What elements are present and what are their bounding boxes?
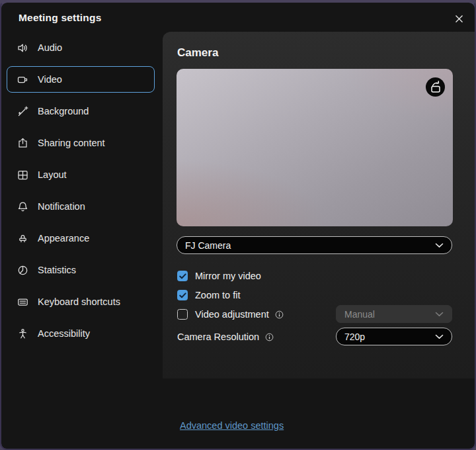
sidebar-item-sharing-content[interactable]: Sharing content bbox=[7, 130, 155, 156]
sidebar-item-audio[interactable]: Audio bbox=[7, 34, 155, 61]
settings-sidebar: Audio Video Background Sharing content L bbox=[7, 34, 155, 352]
sidebar-item-label: Keyboard shortcuts bbox=[38, 296, 120, 307]
sidebar-item-label: Video bbox=[38, 74, 62, 85]
sidebar-item-label: Layout bbox=[38, 169, 67, 180]
advanced-video-settings-wrap: Advanced video settings bbox=[180, 420, 284, 431]
flip-camera-button[interactable] bbox=[426, 77, 445, 97]
camera-section-heading: Camera bbox=[177, 46, 218, 60]
sidebar-item-label: Notification bbox=[38, 201, 85, 212]
camera-resolution-value: 720p bbox=[344, 332, 365, 342]
close-button[interactable] bbox=[451, 11, 467, 26]
pie-chart-icon bbox=[17, 264, 29, 277]
close-icon bbox=[454, 14, 464, 24]
chevron-down-icon bbox=[435, 312, 444, 317]
keyboard-icon bbox=[17, 296, 29, 308]
camera-device-value: FJ Camera bbox=[185, 240, 231, 251]
mirror-my-video-checkbox[interactable] bbox=[177, 271, 188, 281]
camera-device-select[interactable]: FJ Camera bbox=[177, 236, 452, 254]
camera-resolution-select[interactable]: 720p bbox=[336, 328, 452, 345]
bell-icon bbox=[17, 201, 29, 213]
sidebar-item-appearance[interactable]: Appearance bbox=[7, 225, 155, 251]
chevron-down-icon bbox=[435, 334, 444, 339]
advanced-video-settings-link[interactable]: Advanced video settings bbox=[180, 420, 284, 431]
magic-wand-icon bbox=[17, 105, 29, 118]
sidebar-item-keyboard-shortcuts[interactable]: Keyboard shortcuts bbox=[7, 289, 155, 315]
video-adjustment-mode-select: Manual bbox=[336, 305, 452, 323]
sidebar-item-label: Sharing content bbox=[38, 138, 105, 148]
meeting-settings-dialog: Meeting settings Audio Video Background bbox=[1, 3, 475, 449]
camera-resolution-row: Camera Resolution bbox=[177, 330, 274, 343]
brush-icon bbox=[17, 232, 29, 245]
sidebar-item-label: Audio bbox=[38, 42, 62, 53]
sidebar-item-label: Background bbox=[38, 106, 89, 116]
sidebar-item-label: Accessibility bbox=[38, 328, 90, 339]
sidebar-item-video[interactable]: Video bbox=[7, 66, 155, 93]
video-camera-icon bbox=[17, 73, 29, 86]
camera-resolution-label: Camera Resolution bbox=[177, 332, 259, 342]
mirror-my-video-row: Mirror my video bbox=[177, 269, 261, 283]
sidebar-item-background[interactable]: Background bbox=[7, 98, 155, 124]
info-icon[interactable] bbox=[274, 310, 284, 320]
zoom-to-fit-label: Zoom to fit bbox=[195, 290, 241, 300]
video-settings-panel: Camera FJ Camera Mirror my video bbox=[163, 32, 475, 379]
sidebar-item-statistics[interactable]: Statistics bbox=[7, 257, 155, 283]
layout-grid-icon bbox=[17, 169, 29, 181]
video-adjustment-checkbox[interactable] bbox=[177, 309, 188, 320]
accessibility-icon bbox=[17, 328, 29, 340]
zoom-to-fit-checkbox[interactable] bbox=[177, 290, 188, 300]
dialog-title: Meeting settings bbox=[19, 12, 102, 24]
video-adjustment-row: Video adjustment bbox=[177, 308, 284, 321]
sidebar-item-label: Statistics bbox=[38, 265, 76, 275]
sidebar-item-accessibility[interactable]: Accessibility bbox=[7, 320, 155, 347]
chevron-down-icon bbox=[435, 243, 444, 248]
sidebar-item-layout[interactable]: Layout bbox=[7, 161, 155, 188]
camera-preview bbox=[177, 69, 453, 226]
sidebar-item-notification[interactable]: Notification bbox=[7, 193, 155, 220]
share-icon bbox=[17, 137, 29, 150]
info-icon[interactable] bbox=[264, 332, 274, 342]
speaker-icon bbox=[17, 42, 29, 54]
video-adjustment-label: Video adjustment bbox=[195, 309, 269, 320]
flip-camera-icon bbox=[426, 77, 445, 97]
video-adjustment-mode-value: Manual bbox=[344, 309, 375, 320]
zoom-to-fit-row: Zoom to fit bbox=[177, 289, 241, 302]
sidebar-item-label: Appearance bbox=[38, 233, 89, 244]
meeting-settings-window: { "window": { "title": "Meeting settings… bbox=[0, 0, 476, 450]
mirror-my-video-label: Mirror my video bbox=[195, 271, 261, 281]
